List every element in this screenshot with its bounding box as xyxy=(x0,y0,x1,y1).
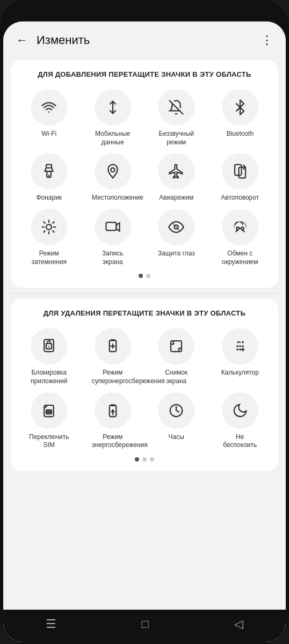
list-item[interactable]: Блокировка приложений xyxy=(18,328,80,385)
svg-point-9 xyxy=(46,224,52,230)
add-section-dots xyxy=(16,274,273,278)
content-area: ДЛЯ ДОБАВЛЕНИЯ ПЕРЕТАЩИТЕ ЗНАЧКИ В ЭТУ О… xyxy=(3,55,286,610)
list-item[interactable]: Авиарежим xyxy=(146,153,207,202)
dot-1 xyxy=(139,274,143,278)
location-label: Местоположение xyxy=(92,194,134,202)
dot-2 xyxy=(146,274,150,278)
svg-line-13 xyxy=(53,231,54,232)
sim-switch-icon xyxy=(41,402,57,419)
nearby-icon xyxy=(232,219,248,235)
list-item[interactable]: Не беспокоить xyxy=(209,392,271,450)
calculator-icon xyxy=(232,338,248,354)
app-lock-icon xyxy=(41,338,57,354)
brightness-icon xyxy=(41,219,57,235)
mobile-data-icon xyxy=(105,99,121,115)
mobile-data-label: Мобильные данные xyxy=(92,130,134,147)
svg-line-17 xyxy=(53,222,54,223)
dot-r2 xyxy=(142,457,147,462)
list-item[interactable]: Режим суперэнергосбережения xyxy=(82,328,144,385)
sim-switch-icon-circle xyxy=(31,392,67,429)
list-item[interactable]: Калькулятор xyxy=(209,328,271,385)
add-section-title: ДЛЯ ДОБАВЛЕНИЯ ПЕРЕТАЩИТЕ ЗНАЧКИ В ЭТУ О… xyxy=(16,70,273,79)
add-section: ДЛЯ ДОБАВЛЕНИЯ ПЕРЕТАЩИТЕ ЗНАЧКИ В ЭТУ О… xyxy=(11,60,278,288)
list-item[interactable]: Защита глаз xyxy=(146,209,207,266)
nav-home-button[interactable]: □ xyxy=(142,617,149,631)
add-icons-grid: Wi-Fi Мобильные данные xyxy=(16,89,273,266)
silent-label: Беззвучный режим xyxy=(155,130,197,147)
list-item[interactable]: Обмен с окружением xyxy=(209,209,271,266)
remove-section: ДЛЯ УДАЛЕНИЯ ПЕРЕТАЩИТЕ ЗНАЧКИ В ЭТУ ОБЛ… xyxy=(11,299,278,471)
app-lock-label: Блокировка приложений xyxy=(28,369,70,385)
super-power-label: Режим суперэнергосбережения xyxy=(92,369,134,385)
list-item[interactable]: Часы xyxy=(146,392,207,450)
svg-line-12 xyxy=(44,222,46,223)
list-item[interactable]: Местоположение xyxy=(82,153,144,202)
svg-line-16 xyxy=(44,231,46,232)
flashlight-icon-circle xyxy=(31,153,67,189)
list-item[interactable]: Мобильные данные xyxy=(82,89,144,147)
nav-menu-button[interactable]: ☰ xyxy=(46,617,56,631)
list-item[interactable]: Режим затемнения xyxy=(18,209,80,266)
remove-section-dots xyxy=(16,457,273,462)
nearby-icon-circle xyxy=(222,209,258,245)
list-item[interactable]: Переключить SIM xyxy=(18,392,80,450)
list-item[interactable]: Снимок экрана xyxy=(146,328,207,385)
svg-rect-18 xyxy=(106,222,116,230)
clock-icon xyxy=(168,402,184,419)
svg-point-0 xyxy=(48,112,50,113)
svg-rect-7 xyxy=(235,165,242,175)
page-title: Изменить xyxy=(37,33,259,47)
app-lock-icon-circle xyxy=(31,328,67,364)
list-item[interactable]: Режим энергосбережения xyxy=(82,392,144,450)
svg-point-6 xyxy=(111,168,115,172)
screen: ← Изменить ⋮ ДЛЯ ДОБАВЛЕНИЯ ПЕРЕТАЩИТЕ З… xyxy=(3,21,286,642)
super-power-icon xyxy=(105,338,121,354)
super-power-icon-circle xyxy=(95,328,131,364)
phone-frame: ← Изменить ⋮ ДЛЯ ДОБАВЛЕНИЯ ПЕРЕТАЩИТЕ З… xyxy=(0,0,289,644)
calculator-icon-circle xyxy=(222,328,258,364)
wifi-icon xyxy=(41,99,57,115)
autorotate-label: Автоповорот xyxy=(221,194,259,202)
clock-icon-circle xyxy=(158,392,194,429)
screenshot-icon-circle xyxy=(158,328,194,364)
mobile-data-icon-circle xyxy=(95,89,131,126)
screenshot-label: Снимок экрана xyxy=(155,369,197,385)
brightness-label: Режим затемнения xyxy=(28,250,70,266)
header: ← Изменить ⋮ xyxy=(3,21,286,55)
clock-label: Часы xyxy=(169,433,184,442)
list-item[interactable]: Беззвучный режим xyxy=(146,89,207,147)
bluetooth-label: Bluetooth xyxy=(226,130,254,138)
svg-rect-42 xyxy=(46,409,52,414)
power-save-icon xyxy=(105,402,121,419)
dnd-icon xyxy=(232,402,248,419)
eye-protect-icon xyxy=(168,219,184,235)
screenshot-icon xyxy=(168,338,184,354)
dnd-icon-circle xyxy=(222,392,258,429)
silent-icon-circle xyxy=(158,89,194,126)
location-icon-circle xyxy=(95,153,131,189)
list-item[interactable]: Запись экрана xyxy=(82,209,144,266)
list-item[interactable]: Wi-Fi xyxy=(18,89,80,147)
list-item[interactable]: Bluetooth xyxy=(209,89,271,147)
back-button[interactable]: ← xyxy=(14,31,30,49)
screen-record-label: Запись экрана xyxy=(92,250,134,266)
dnd-label: Не беспокоить xyxy=(219,433,261,450)
calculator-label: Калькулятор xyxy=(221,369,259,377)
eye-protect-label: Защита глаз xyxy=(158,250,195,258)
autorotate-icon xyxy=(232,163,248,179)
dot-r3 xyxy=(150,457,154,462)
sim-switch-label: Переключить SIM xyxy=(28,433,70,450)
screen-record-icon-circle xyxy=(95,209,131,245)
more-button[interactable]: ⋮ xyxy=(259,31,275,49)
bluetooth-icon-circle xyxy=(222,89,258,126)
silent-icon xyxy=(168,99,184,115)
nav-back-button[interactable]: ◁ xyxy=(234,617,243,631)
bluetooth-icon xyxy=(232,99,248,115)
nav-bar: ☰ □ ◁ xyxy=(3,610,286,642)
eye-protect-icon-circle xyxy=(158,209,194,245)
list-item[interactable]: Фонарик xyxy=(18,153,80,202)
screen-record-icon xyxy=(105,219,121,235)
flashlight-icon xyxy=(41,163,57,179)
list-item[interactable]: Автоповорот xyxy=(209,153,271,202)
remove-section-title: ДЛЯ УДАЛЕНИЯ ПЕРЕТАЩИТЕ ЗНАЧКИ В ЭТУ ОБЛ… xyxy=(16,309,273,318)
